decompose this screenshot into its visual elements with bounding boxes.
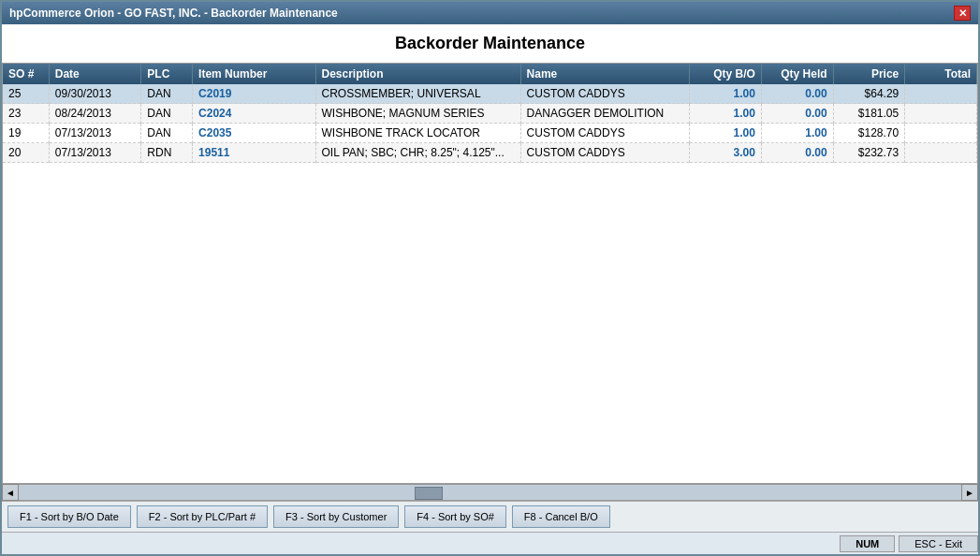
table-header-row: SO # Date PLC Item Number Description Na… [3, 64, 977, 84]
cell-item_number: C2024 [193, 104, 315, 124]
backorder-table: SO # Date PLC Item Number Description Na… [3, 64, 977, 163]
table-row[interactable]: 1907/13/2013DANC2035WISHBONE TRACK LOCAT… [3, 124, 977, 143]
cell-so: 20 [3, 143, 49, 163]
status-bar: NUM ESC - Exit [2, 532, 978, 554]
cell-date: 08/24/2013 [49, 104, 141, 124]
scroll-track[interactable] [19, 485, 961, 500]
col-header-name[interactable]: Name [520, 64, 690, 84]
button-bar: F1 - Sort by B/O DateF2 - Sort by PLC/Pa… [2, 501, 978, 532]
cell-qty_held: 0.00 [761, 143, 833, 163]
cell-plc: RDN [141, 143, 193, 163]
cell-name: CUSTOM CADDYS [520, 143, 690, 163]
cell-so: 23 [3, 104, 49, 124]
col-header-plc[interactable]: PLC [141, 64, 193, 84]
scroll-right-button[interactable]: ► [961, 484, 978, 501]
cell-name: CUSTOM CADDYS [520, 124, 690, 143]
f8-cancel-bo-button[interactable]: F8 - Cancel B/O [512, 505, 610, 528]
cell-description: WISHBONE; MAGNUM SERIES [315, 104, 520, 124]
cell-date: 07/13/2013 [49, 143, 141, 163]
page-title: Backorder Maintenance [2, 24, 978, 63]
cell-plc: DAN [141, 84, 193, 104]
window-title: hpCommerce Orion - GO FAST, INC. - Backo… [9, 7, 338, 20]
table-row[interactable]: 2308/24/2013DANC2024WISHBONE; MAGNUM SER… [3, 104, 977, 124]
cell-item_number: C2035 [193, 124, 315, 143]
col-header-total[interactable]: Total [905, 64, 977, 84]
cell-qty_held: 0.00 [761, 104, 833, 124]
cell-description: WISHBONE TRACK LOCATOR [315, 124, 520, 143]
col-header-date[interactable]: Date [49, 64, 141, 84]
cell-description: OIL PAN; SBC; CHR; 8.25"; 4.125"... [315, 143, 520, 163]
col-header-item[interactable]: Item Number [193, 64, 315, 84]
col-header-desc[interactable]: Description [315, 64, 520, 84]
cell-total [905, 104, 977, 124]
content-area: Backorder Maintenance SO # Date PLC Item… [2, 24, 978, 554]
cell-price: $128.70 [833, 124, 905, 143]
cell-so: 19 [3, 124, 49, 143]
main-window: hpCommerce Orion - GO FAST, INC. - Backo… [0, 0, 980, 556]
title-bar: hpCommerce Orion - GO FAST, INC. - Backo… [2, 2, 978, 24]
close-button[interactable]: ✕ [954, 6, 971, 21]
cell-item_number: C2019 [193, 84, 315, 104]
data-table-container[interactable]: SO # Date PLC Item Number Description Na… [2, 63, 978, 484]
cell-description: CROSSMEMBER; UNIVERSAL [315, 84, 520, 104]
cell-total [905, 143, 977, 163]
cell-plc: DAN [141, 124, 193, 143]
cell-so: 25 [3, 84, 49, 104]
horizontal-scrollbar[interactable]: ◄ ► [2, 484, 978, 501]
cell-plc: DAN [141, 104, 193, 124]
scroll-thumb[interactable] [415, 487, 443, 500]
cell-price: $64.29 [833, 84, 905, 104]
cell-price: $181.05 [833, 104, 905, 124]
cell-qty_bo: 3.00 [690, 143, 762, 163]
table-row[interactable]: 2509/30/2013DANC2019CROSSMEMBER; UNIVERS… [3, 84, 977, 104]
cell-item_number: 19511 [193, 143, 315, 163]
status-num-label: NUM [840, 535, 895, 552]
cell-qty_bo: 1.00 [690, 104, 762, 124]
cell-date: 07/13/2013 [49, 124, 141, 143]
col-header-so[interactable]: SO # [3, 64, 49, 84]
cell-name: DANAGGER DEMOLITION [520, 104, 690, 124]
f1-sort-bo-date-button[interactable]: F1 - Sort by B/O Date [7, 505, 131, 528]
cell-qty_bo: 1.00 [690, 84, 762, 104]
table-body: 2509/30/2013DANC2019CROSSMEMBER; UNIVERS… [3, 84, 977, 163]
status-esc-label: ESC - Exit [899, 535, 978, 552]
cell-price: $232.73 [833, 143, 905, 163]
col-header-price[interactable]: Price [833, 64, 905, 84]
f3-sort-customer-button[interactable]: F3 - Sort by Customer [273, 505, 399, 528]
cell-qty_bo: 1.00 [690, 124, 762, 143]
cell-qty_held: 1.00 [761, 124, 833, 143]
f4-sort-so-button[interactable]: F4 - Sort by SO# [404, 505, 506, 528]
cell-total [905, 124, 977, 143]
cell-name: CUSTOM CADDYS [520, 84, 690, 104]
col-header-qtybo[interactable]: Qty B/O [690, 64, 762, 84]
scroll-left-button[interactable]: ◄ [2, 484, 19, 501]
cell-total [905, 84, 977, 104]
col-header-qtyheld[interactable]: Qty Held [761, 64, 833, 84]
cell-date: 09/30/2013 [49, 84, 141, 104]
table-row[interactable]: 2007/13/2013RDN19511OIL PAN; SBC; CHR; 8… [3, 143, 977, 163]
cell-qty_held: 0.00 [761, 84, 833, 104]
f2-sort-plc-part-button[interactable]: F2 - Sort by PLC/Part # [137, 505, 268, 528]
